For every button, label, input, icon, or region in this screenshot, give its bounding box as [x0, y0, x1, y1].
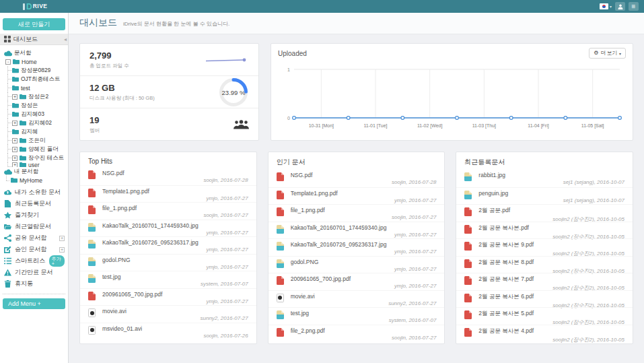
tree-item-OJT최종테스트[interactable]: OJT최종테스트 [4, 75, 67, 84]
document-row[interactable]: NSG.pdfsoojin, 2016-07-28 [269, 170, 445, 187]
document-name[interactable]: 2월 공문 복사본 4.pdf [478, 327, 624, 335]
document-name[interactable]: test.jpg [291, 310, 437, 317]
more-options-button[interactable]: ⚙ 더 보기 ▾ [589, 48, 626, 59]
tree-expand-box[interactable]: + [12, 162, 17, 167]
document-name[interactable]: 2월 공문 복사본 8.pdf [478, 259, 624, 267]
document-row[interactable]: godol.PNGymjo, 2016-07-27 [80, 254, 256, 271]
document-name[interactable]: msvideo_01.avi [102, 325, 248, 332]
sidebar-item-최근열람문서[interactable]: 최근열람문서 [0, 221, 68, 232]
document-name[interactable]: KakaoTalk_20160701_174459340.jpg [102, 222, 248, 229]
document-name[interactable]: NSG.pdf [291, 172, 437, 178]
add-menu-button[interactable]: Add Menu + [3, 298, 65, 309]
tree-expand-box[interactable]: + [12, 147, 17, 152]
document-row[interactable]: KakaoTalk_20160701_174459340.jpgymjo, 20… [269, 222, 445, 239]
tree-expand-box[interactable]: + [12, 138, 17, 143]
tree-expand-box[interactable]: + [12, 121, 17, 126]
document-row[interactable]: movie.avisunny2, 2016-07-27 [80, 305, 256, 323]
sidebar-item-dashboard[interactable]: 대시보드 ◂ [0, 34, 68, 45]
document-row[interactable]: test.jpgsystem, 2016-07-07 [80, 271, 256, 288]
tree-item-장성은2[interactable]: +장성은2 [4, 92, 67, 101]
tree-item-장성은[interactable]: 장성은 [4, 101, 67, 110]
create-new-button[interactable]: 새로 만들기 [3, 18, 65, 30]
tree-item-김지혜03[interactable]: 김지혜03 [4, 110, 67, 119]
document-row[interactable]: file_1.png.pdfsoojin, 2016-07-27 [269, 204, 445, 222]
document-name[interactable]: penguin.jpg [478, 190, 624, 197]
expand-box-icon[interactable]: + [59, 236, 65, 241]
tree-item-test[interactable]: test [4, 84, 67, 92]
document-name[interactable]: 2월 공문.pdf [478, 207, 624, 215]
sidebar-item-승인 문서함[interactable]: 승인 문서함+ [0, 244, 68, 255]
document-name[interactable]: movie.avi [102, 308, 248, 315]
document-row[interactable]: msvideo_01.avisoojin, 2016-07-26 [80, 323, 256, 340]
document-name[interactable]: 2월 공문 복사본 6.pdf [478, 293, 624, 301]
tree-item-MyHome[interactable]: MyHome [4, 176, 67, 185]
menu-button[interactable]: ≡ [629, 2, 639, 11]
document-row[interactable]: 200961065_700.jpg.pdfymjo, 2016-07-27 [269, 273, 445, 290]
document-row[interactable]: 2월 공문 복사본 9.pdfsoojin2 (장수진2), 2016-10-0… [456, 238, 633, 256]
tree-item-Home[interactable]: -Home [4, 57, 67, 66]
document-name[interactable]: test.jpg [102, 273, 248, 280]
document-name[interactable]: 2월 공문 복사본 7.pdf [478, 275, 624, 284]
sidebar-item-스마트리스트[interactable]: 스마트리스트추가+ [0, 255, 68, 267]
tree-expand-box[interactable]: + [12, 94, 17, 100]
document-name[interactable]: movie.avi [291, 293, 437, 300]
tree-item-장성문0829[interactable]: 장성문0829 [4, 66, 67, 75]
tree-item-김지혜02[interactable]: +김지혜02 [4, 119, 67, 127]
tree-collapse-box[interactable]: - [5, 59, 11, 65]
document-row[interactable]: movie.avisunny2, 2016-07-27 [269, 290, 445, 308]
document-name[interactable]: 200961065_700.jpg.pdf [102, 291, 248, 298]
document-name[interactable]: rabbit1.jpg [478, 172, 624, 178]
document-row[interactable]: 200961065_700.jpg.pdfymjo, 2016-07-27 [80, 288, 256, 306]
sidebar-collapse-arrow[interactable]: ◂ [64, 36, 67, 42]
document-row[interactable]: rabbit1.jpgsej1 (sejang), 2016-10-07 [456, 170, 633, 187]
document-name[interactable]: NSG.pdf [102, 170, 248, 176]
document-name[interactable]: Template1.png.pdf [102, 188, 248, 195]
document-name[interactable]: file_2.png.pdf [291, 327, 437, 334]
tree-item-김지혜[interactable]: 김지혜 [4, 127, 67, 136]
document-name[interactable]: 2월 공문 복사본 5.pdf [478, 310, 624, 318]
document-row[interactable]: 2월 공문.pdfsoojin2 (장수진2), 2016-10-05 [456, 204, 633, 222]
tree-item-조은미[interactable]: +조은미 [4, 136, 67, 145]
document-name[interactable]: KakaoTalk_20160726_095236317.jpg [102, 239, 248, 246]
sidebar-item-내가 소유한 문서[interactable]: 내가 소유한 문서 [0, 187, 68, 198]
document-name[interactable]: godol.PNG [291, 259, 437, 265]
document-row[interactable]: penguin.jpgsej1 (sejang), 2016-10-07 [456, 187, 633, 205]
document-row[interactable]: Template1.png.pdfymjo, 2016-07-27 [80, 185, 256, 203]
document-name[interactable]: godol.PNG [102, 257, 248, 263]
sidebar-item-즐겨찾기[interactable]: 즐겨찾기 [0, 209, 68, 221]
document-row[interactable]: KakaoTalk_20160726_095236317.jpgymjo, 20… [80, 236, 256, 254]
document-name[interactable]: 2월 공문 복사본 9.pdf [478, 241, 624, 249]
document-row[interactable]: file_1.png.pdfsoojin, 2016-07-27 [80, 202, 256, 220]
tree-item-장수진 테스트[interactable]: +장수진 테스트 [4, 154, 67, 162]
document-row[interactable]: 2월 공문 복사본 8.pdfsoojin2 (장수진2), 2016-10-0… [456, 256, 633, 273]
tree-item-문서함[interactable]: 문서함 [4, 48, 67, 57]
document-name[interactable]: file_1.png.pdf [102, 205, 248, 211]
document-row[interactable]: NSG.pdfsoojin, 2016-07-28 [80, 168, 256, 185]
sidebar-item-공유 문서함[interactable]: 공유 문서함+ [0, 232, 68, 244]
document-name[interactable]: KakaoTalk_20160726_095236317.jpg [291, 241, 437, 248]
document-row[interactable]: file_2.png.pdfsoojin, 2016-07-27 [269, 325, 445, 342]
tree-item-내 문서함[interactable]: 내 문서함 [4, 167, 67, 176]
document-row[interactable]: test.jpgsystem, 2016-07-07 [269, 307, 445, 325]
document-row[interactable]: 2월 공문 복사본.pdfsoojin2 (장수진2), 2016-10-05 [456, 222, 633, 239]
document-name[interactable]: KakaoTalk_20160701_174459340.jpg [291, 224, 437, 231]
sidebar-item-휴지통[interactable]: 휴지통 [0, 278, 68, 290]
document-row[interactable]: KakaoTalk_20160701_174459340.jpgymjo, 20… [80, 220, 256, 237]
document-row[interactable]: 2월 공문 복사본 6.pdfsoojin2 (장수진2), 2016-10-0… [456, 290, 633, 308]
user-button[interactable] [615, 2, 625, 11]
sidebar-item-최근등록문서[interactable]: 최근등록문서 [0, 198, 68, 209]
tree-item-양혜진 폴더[interactable]: +양혜진 폴더 [4, 145, 67, 154]
document-row[interactable]: godol.PNGymjo, 2016-07-27 [269, 256, 445, 273]
language-selector[interactable]: ▾ [600, 3, 612, 9]
document-row[interactable]: 2월 공문 복사본 7.pdfsoojin2 (장수진2), 2016-10-0… [456, 273, 633, 290]
tree-item-user[interactable]: +user [4, 162, 67, 167]
document-name[interactable]: 200961065_700.jpg.pdf [291, 275, 437, 282]
document-row[interactable]: KakaoTalk_20160726_095236317.jpgymjo, 20… [269, 238, 445, 256]
document-row[interactable]: Template1.png.pdfymjo, 2016-07-27 [269, 187, 445, 205]
document-name[interactable]: file_1.png.pdf [291, 207, 437, 213]
expand-box-icon[interactable]: + [59, 247, 65, 253]
document-name[interactable]: 2월 공문 복사본.pdf [478, 224, 624, 232]
document-row[interactable]: 2월 공문 복사본 5.pdfsoojin2 (장수진2), 2016-10-0… [456, 307, 633, 325]
document-name[interactable]: Template1.png.pdf [291, 190, 437, 197]
tree-expand-box[interactable]: + [12, 156, 17, 161]
